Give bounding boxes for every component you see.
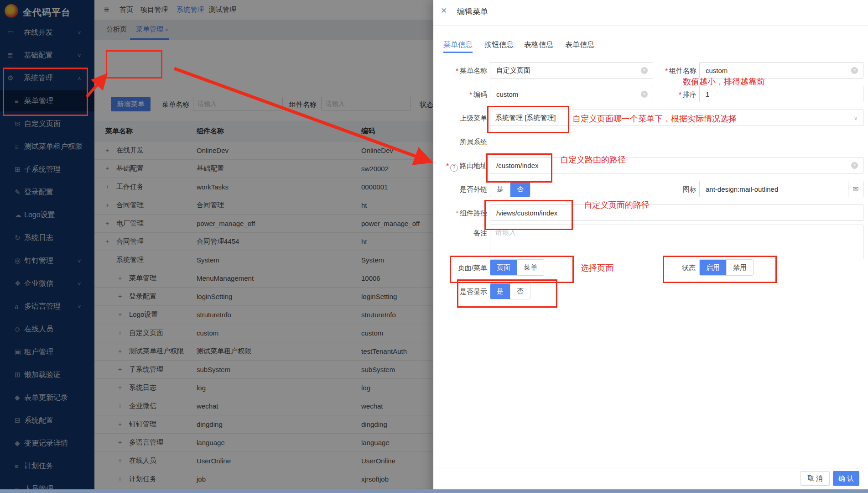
bottom-edge-strip	[0, 489, 868, 493]
drawer-tab-4[interactable]: 表单信息	[565, 40, 594, 50]
page-or-menu-label: 页面/菜单	[433, 264, 487, 273]
chevron-down-icon: ∨	[853, 115, 858, 121]
parent-menu-label: 上级菜单	[433, 114, 487, 123]
external-link-label: 是否外链	[433, 185, 487, 194]
drawer-title: 编辑菜单	[457, 6, 488, 17]
status-label: 状态	[643, 264, 696, 273]
drawer-tab-2[interactable]: 按钮信息	[484, 40, 514, 50]
visible-toggle[interactable]: 是 否	[490, 283, 530, 299]
clear-icon[interactable]: ✕	[851, 162, 858, 169]
clear-icon[interactable]: ✕	[851, 67, 858, 74]
drawer-tab-3[interactable]: 表格信息	[524, 40, 553, 50]
parent-menu-select[interactable]: 系统管理 [系统管理] ∨	[490, 110, 863, 126]
drawer-tab-1[interactable]: 菜单信息	[443, 40, 473, 50]
external-link-toggle[interactable]: 是 否	[490, 181, 530, 197]
menu-name-label: *菜单名称	[433, 67, 487, 75]
divider	[433, 468, 868, 468]
question-circle-icon: ?	[450, 164, 458, 172]
drawer-active-tab-underline	[443, 52, 473, 53]
component-path-input[interactable]	[490, 205, 863, 221]
modal-dim-overlay[interactable]	[0, 0, 433, 493]
component-path-label: *组件路径	[433, 209, 487, 218]
confirm-button[interactable]: 确 认	[833, 471, 859, 486]
route-label: *?路由地址	[433, 162, 487, 172]
remark-label: 备注	[433, 229, 487, 238]
close-icon[interactable]: ✕	[441, 6, 447, 16]
menu-name-input[interactable]: ✕	[490, 62, 653, 79]
icon-label: 图标	[643, 185, 696, 194]
component-name-label: *组件名称	[643, 67, 696, 75]
cancel-button[interactable]: 取 消	[800, 471, 830, 486]
code-label: *编码	[433, 90, 487, 99]
route-input[interactable]: ✕	[490, 157, 863, 173]
mail-icon[interactable]: ✉	[848, 181, 863, 197]
status-toggle[interactable]: 启用 禁用	[699, 259, 754, 276]
sort-label: *排序	[643, 90, 696, 99]
code-input[interactable]: ✕	[490, 86, 653, 102]
visible-label: 是否显示	[433, 288, 487, 296]
icon-input[interactable]	[699, 181, 848, 197]
system-label: 所属系统	[433, 138, 487, 147]
page-or-menu-toggle[interactable]: 页面 菜单	[490, 259, 544, 276]
divider	[433, 25, 868, 26]
edit-menu-drawer: ✕ 编辑菜单 菜单信息按钮信息表格信息表单信息 *菜单名称 ✕ *组件名称 ✕ …	[433, 0, 868, 493]
remark-textarea[interactable]	[490, 225, 863, 259]
sort-input[interactable]	[699, 86, 863, 102]
component-name-input[interactable]: ✕	[699, 62, 863, 79]
